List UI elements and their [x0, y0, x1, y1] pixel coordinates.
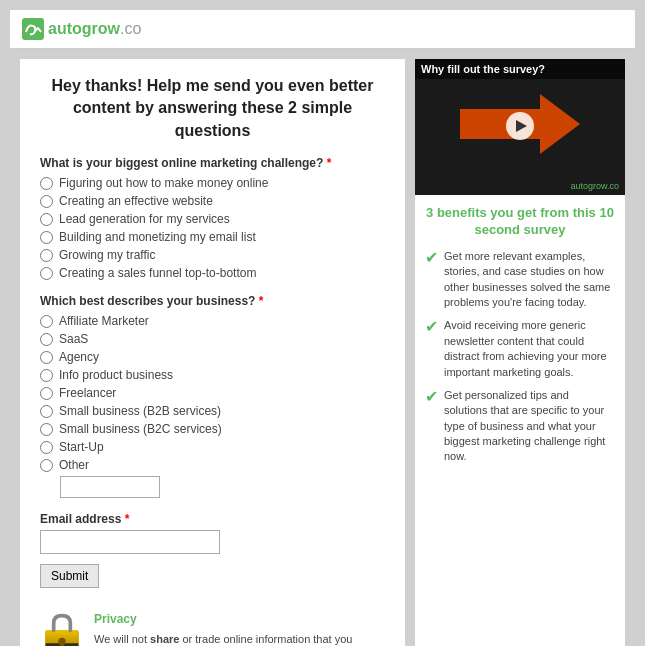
- q2-option2-radio[interactable]: [40, 333, 53, 346]
- list-item: Start-Up: [40, 440, 385, 454]
- list-item: Creating an effective website: [40, 194, 385, 208]
- video-footer: autogrow.co: [415, 174, 625, 195]
- email-label: Email address *: [40, 512, 385, 526]
- list-item: Growing my traffic: [40, 248, 385, 262]
- benefit-text-1: Get more relevant examples, stories, and…: [444, 249, 615, 311]
- email-required: *: [125, 512, 130, 526]
- email-label-text: Email address: [40, 512, 121, 526]
- q2-option5-label: Freelancer: [59, 386, 116, 400]
- svg-rect-14: [60, 642, 64, 646]
- page-wrapper: autogrow.co Hey thanks! Help me send you…: [10, 10, 635, 646]
- list-item: Figuring out how to make money online: [40, 176, 385, 190]
- q1-option3-radio[interactable]: [40, 213, 53, 226]
- q2-option6-label: Small business (B2B services): [59, 404, 221, 418]
- check-icon-2: ✔: [425, 316, 438, 380]
- q1-option4-label: Building and monetizing my email list: [59, 230, 256, 244]
- q2-option8-radio[interactable]: [40, 441, 53, 454]
- play-button[interactable]: [506, 112, 534, 140]
- header: autogrow.co: [10, 10, 635, 49]
- lock-icon: [40, 610, 84, 646]
- submit-button[interactable]: Submit: [40, 564, 99, 588]
- question1-label: What is your biggest online marketing ch…: [40, 156, 385, 170]
- video-thumbnail[interactable]: [460, 94, 580, 157]
- benefits-area: 3 benefits you get from this 10 second s…: [415, 195, 625, 483]
- list-item: Small business (B2B services): [40, 404, 385, 418]
- page-title: Hey thanks! Help me send you even better…: [40, 75, 385, 142]
- logo-brand: autogrow: [48, 20, 120, 37]
- question1-required: *: [327, 156, 332, 170]
- q2-option4-radio[interactable]: [40, 369, 53, 382]
- list-item: Small business (B2C services): [40, 422, 385, 436]
- question2-group: Which best describes your business? * Af…: [40, 294, 385, 498]
- benefit-item-1: ✔ Get more relevant examples, stories, a…: [425, 249, 615, 311]
- video-area: Why fill out the survey?: [415, 59, 625, 174]
- q1-option5-label: Growing my traffic: [59, 248, 155, 262]
- q2-option1-label: Affiliate Marketer: [59, 314, 149, 328]
- check-icon-1: ✔: [425, 247, 438, 311]
- list-item: SaaS: [40, 332, 385, 346]
- benefit-text-2: Avoid receiving more generic newsletter …: [444, 318, 615, 380]
- q2-option8-label: Start-Up: [59, 440, 104, 454]
- q1-option6-label: Creating a sales funnel top-to-bottom: [59, 266, 256, 280]
- play-icon: [516, 120, 527, 132]
- q1-option1-label: Figuring out how to make money online: [59, 176, 268, 190]
- content-area: Hey thanks! Help me send you even better…: [10, 49, 635, 646]
- privacy-title: Privacy: [94, 610, 385, 628]
- logo-text: autogrow.co: [48, 20, 141, 38]
- list-item: Lead generation for my services: [40, 212, 385, 226]
- logo-icon: [22, 18, 44, 40]
- right-panel: Why fill out the survey? autogrow.co 3 b…: [415, 59, 625, 646]
- q1-option1-radio[interactable]: [40, 177, 53, 190]
- question1-label-text: What is your biggest online marketing ch…: [40, 156, 323, 170]
- left-panel: Hey thanks! Help me send you even better…: [20, 59, 405, 646]
- benefit-text-3: Get personalized tips and solutions that…: [444, 388, 615, 465]
- q1-option2-label: Creating an effective website: [59, 194, 213, 208]
- q2-option2-label: SaaS: [59, 332, 88, 346]
- privacy-section: Privacy We will not share or trade onlin…: [40, 610, 385, 646]
- list-item: Info product business: [40, 368, 385, 382]
- check-icon-3: ✔: [425, 386, 438, 465]
- video-title: Why fill out the survey?: [415, 59, 625, 79]
- list-item: Creating a sales funnel top-to-bottom: [40, 266, 385, 280]
- privacy-text-block: Privacy We will not share or trade onlin…: [94, 610, 385, 646]
- list-item: Agency: [40, 350, 385, 364]
- q1-option6-radio[interactable]: [40, 267, 53, 280]
- list-item: Freelancer: [40, 386, 385, 400]
- svg-rect-0: [22, 18, 44, 40]
- q2-option4-label: Info product business: [59, 368, 173, 382]
- list-item: Building and monetizing my email list: [40, 230, 385, 244]
- privacy-text: We will not share or trade online inform…: [94, 631, 385, 646]
- benefit-item-2: ✔ Avoid receiving more generic newslette…: [425, 318, 615, 380]
- q2-option9-radio[interactable]: [40, 459, 53, 472]
- q2-option3-label: Agency: [59, 350, 99, 364]
- logo: autogrow.co: [22, 18, 141, 40]
- q2-option7-label: Small business (B2C services): [59, 422, 222, 436]
- list-item: Affiliate Marketer: [40, 314, 385, 328]
- question2-label: Which best describes your business? *: [40, 294, 385, 308]
- question2-required: *: [259, 294, 264, 308]
- list-item: Other: [40, 458, 385, 472]
- email-input[interactable]: [40, 530, 220, 554]
- question1-group: What is your biggest online marketing ch…: [40, 156, 385, 280]
- q2-option9-label: Other: [59, 458, 89, 472]
- q1-option4-radio[interactable]: [40, 231, 53, 244]
- q2-option1-radio[interactable]: [40, 315, 53, 328]
- q2-option5-radio[interactable]: [40, 387, 53, 400]
- q1-option5-radio[interactable]: [40, 249, 53, 262]
- question2-label-text: Which best describes your business?: [40, 294, 255, 308]
- q1-option3-label: Lead generation for my services: [59, 212, 230, 226]
- other-text-input[interactable]: [60, 476, 160, 498]
- logo-suffix: .co: [120, 20, 141, 37]
- benefits-title: 3 benefits you get from this 10 second s…: [425, 205, 615, 239]
- q2-option6-radio[interactable]: [40, 405, 53, 418]
- other-input-container: [60, 476, 385, 498]
- video-footer-text: autogrow.co: [570, 181, 619, 191]
- email-section: Email address *: [40, 512, 385, 554]
- q2-option7-radio[interactable]: [40, 423, 53, 436]
- q2-option3-radio[interactable]: [40, 351, 53, 364]
- q1-option2-radio[interactable]: [40, 195, 53, 208]
- benefit-item-3: ✔ Get personalized tips and solutions th…: [425, 388, 615, 465]
